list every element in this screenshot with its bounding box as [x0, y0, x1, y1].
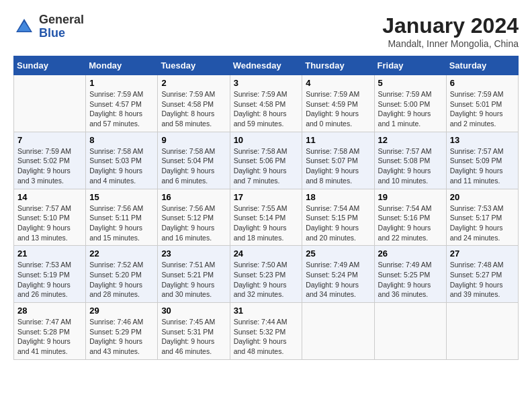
- day-info: Sunrise: 7:49 AMSunset: 5:25 PMDaylight:…: [378, 260, 443, 300]
- day-number: 27: [450, 248, 515, 259]
- calendar-cell: 5Sunrise: 7:59 AMSunset: 5:00 PMDaylight…: [374, 75, 446, 132]
- calendar-week-row: 21Sunrise: 7:53 AMSunset: 5:19 PMDayligh…: [14, 246, 519, 303]
- day-info: Sunrise: 7:59 AMSunset: 5:01 PMDaylight:…: [450, 89, 515, 129]
- calendar-cell: 26Sunrise: 7:49 AMSunset: 5:25 PMDayligh…: [374, 246, 446, 303]
- title-block: January 2024 Mandalt, Inner Mongolia, Ch…: [382, 13, 519, 49]
- logo-text: General Blue: [39, 13, 84, 40]
- header-saturday: Saturday: [446, 56, 518, 75]
- calendar-cell: 11Sunrise: 7:58 AMSunset: 5:07 PMDayligh…: [302, 132, 374, 189]
- calendar-cell: 29Sunrise: 7:46 AMSunset: 5:29 PMDayligh…: [86, 303, 158, 360]
- calendar-week-row: 28Sunrise: 7:47 AMSunset: 5:28 PMDayligh…: [14, 303, 519, 360]
- day-number: 5: [378, 78, 443, 88]
- day-number: 28: [17, 306, 82, 316]
- calendar-subtitle: Mandalt, Inner Mongolia, China: [382, 38, 519, 49]
- day-info: Sunrise: 7:55 AMSunset: 5:14 PMDaylight:…: [234, 203, 299, 243]
- day-info: Sunrise: 7:59 AMSunset: 4:58 PMDaylight:…: [161, 89, 226, 129]
- day-number: 31: [234, 306, 299, 316]
- day-number: 26: [378, 248, 443, 259]
- calendar-cell: [374, 303, 446, 360]
- calendar-cell: 18Sunrise: 7:54 AMSunset: 5:15 PMDayligh…: [302, 189, 374, 246]
- calendar-week-row: 1Sunrise: 7:59 AMSunset: 4:57 PMDaylight…: [14, 75, 519, 132]
- header-wednesday: Wednesday: [230, 56, 302, 75]
- calendar-title: January 2024: [382, 13, 519, 38]
- day-info: Sunrise: 7:49 AMSunset: 5:24 PMDaylight:…: [306, 260, 370, 300]
- day-number: 29: [89, 306, 154, 316]
- day-number: 13: [450, 135, 515, 145]
- day-info: Sunrise: 7:58 AMSunset: 5:07 PMDaylight:…: [306, 146, 370, 186]
- day-info: Sunrise: 7:58 AMSunset: 5:06 PMDaylight:…: [234, 146, 299, 186]
- calendar-week-row: 7Sunrise: 7:59 AMSunset: 5:02 PMDaylight…: [14, 132, 519, 189]
- day-info: Sunrise: 7:48 AMSunset: 5:27 PMDaylight:…: [450, 260, 515, 300]
- day-number: 25: [306, 248, 370, 259]
- calendar-cell: 15Sunrise: 7:56 AMSunset: 5:11 PMDayligh…: [86, 189, 158, 246]
- day-info: Sunrise: 7:59 AMSunset: 5:00 PMDaylight:…: [378, 89, 443, 129]
- day-number: 6: [450, 78, 515, 88]
- day-info: Sunrise: 7:57 AMSunset: 5:09 PMDaylight:…: [450, 146, 515, 186]
- day-info: Sunrise: 7:57 AMSunset: 5:10 PMDaylight:…: [17, 203, 82, 243]
- calendar-cell: 4Sunrise: 7:59 AMSunset: 4:59 PMDaylight…: [302, 75, 374, 132]
- day-info: Sunrise: 7:54 AMSunset: 5:16 PMDaylight:…: [378, 203, 443, 243]
- calendar-cell: 9Sunrise: 7:58 AMSunset: 5:04 PMDaylight…: [158, 132, 230, 189]
- day-number: 30: [161, 306, 226, 316]
- calendar-cell: 25Sunrise: 7:49 AMSunset: 5:24 PMDayligh…: [302, 246, 374, 303]
- calendar-cell: 6Sunrise: 7:59 AMSunset: 5:01 PMDaylight…: [446, 75, 518, 132]
- calendar-cell: 2Sunrise: 7:59 AMSunset: 4:58 PMDaylight…: [158, 75, 230, 132]
- calendar-cell: 12Sunrise: 7:57 AMSunset: 5:08 PMDayligh…: [374, 132, 446, 189]
- day-number: 1: [89, 78, 154, 88]
- calendar-cell: 3Sunrise: 7:59 AMSunset: 4:58 PMDaylight…: [230, 75, 302, 132]
- calendar-table: Sunday Monday Tuesday Wednesday Thursday…: [13, 56, 519, 360]
- page-header: General Blue January 2024 Mandalt, Inner…: [13, 13, 519, 49]
- logo-icon: [13, 16, 35, 38]
- header-friday: Friday: [374, 56, 446, 75]
- day-info: Sunrise: 7:56 AMSunset: 5:11 PMDaylight:…: [89, 203, 154, 243]
- day-info: Sunrise: 7:53 AMSunset: 5:19 PMDaylight:…: [17, 260, 82, 300]
- header-tuesday: Tuesday: [158, 56, 230, 75]
- calendar-cell: 14Sunrise: 7:57 AMSunset: 5:10 PMDayligh…: [14, 189, 86, 246]
- header-sunday: Sunday: [14, 56, 86, 75]
- day-info: Sunrise: 7:44 AMSunset: 5:32 PMDaylight:…: [234, 317, 299, 357]
- day-number: 11: [306, 135, 370, 145]
- header-monday: Monday: [86, 56, 158, 75]
- day-number: 16: [161, 192, 226, 202]
- calendar-cell: 28Sunrise: 7:47 AMSunset: 5:28 PMDayligh…: [14, 303, 86, 360]
- day-number: 4: [306, 78, 370, 88]
- calendar-cell: 20Sunrise: 7:53 AMSunset: 5:17 PMDayligh…: [446, 189, 518, 246]
- calendar-cell: 27Sunrise: 7:48 AMSunset: 5:27 PMDayligh…: [446, 246, 518, 303]
- day-number: 15: [89, 192, 154, 202]
- day-info: Sunrise: 7:56 AMSunset: 5:12 PMDaylight:…: [161, 203, 226, 243]
- calendar-cell: 23Sunrise: 7:51 AMSunset: 5:21 PMDayligh…: [158, 246, 230, 303]
- calendar-cell: 31Sunrise: 7:44 AMSunset: 5:32 PMDayligh…: [230, 303, 302, 360]
- calendar-cell: 21Sunrise: 7:53 AMSunset: 5:19 PMDayligh…: [14, 246, 86, 303]
- calendar-cell: 1Sunrise: 7:59 AMSunset: 4:57 PMDaylight…: [86, 75, 158, 132]
- day-number: 24: [234, 248, 299, 259]
- day-info: Sunrise: 7:59 AMSunset: 4:58 PMDaylight:…: [234, 89, 299, 129]
- calendar-cell: 7Sunrise: 7:59 AMSunset: 5:02 PMDaylight…: [14, 132, 86, 189]
- day-info: Sunrise: 7:46 AMSunset: 5:29 PMDaylight:…: [89, 317, 154, 357]
- day-info: Sunrise: 7:59 AMSunset: 4:57 PMDaylight:…: [89, 89, 154, 129]
- day-info: Sunrise: 7:45 AMSunset: 5:31 PMDaylight:…: [161, 317, 226, 357]
- day-number: 18: [306, 192, 370, 202]
- day-number: 12: [378, 135, 443, 145]
- day-info: Sunrise: 7:53 AMSunset: 5:17 PMDaylight:…: [450, 203, 515, 243]
- day-number: 21: [17, 248, 82, 259]
- day-number: 20: [450, 192, 515, 202]
- day-info: Sunrise: 7:51 AMSunset: 5:21 PMDaylight:…: [161, 260, 226, 300]
- header-thursday: Thursday: [302, 56, 374, 75]
- days-header-row: Sunday Monday Tuesday Wednesday Thursday…: [14, 56, 519, 75]
- calendar-cell: [302, 303, 374, 360]
- calendar-week-row: 14Sunrise: 7:57 AMSunset: 5:10 PMDayligh…: [14, 189, 519, 246]
- calendar-cell: 17Sunrise: 7:55 AMSunset: 5:14 PMDayligh…: [230, 189, 302, 246]
- logo: General Blue: [13, 13, 84, 40]
- day-number: 23: [161, 248, 226, 259]
- day-number: 2: [161, 78, 226, 88]
- day-number: 19: [378, 192, 443, 202]
- day-number: 8: [89, 135, 154, 145]
- day-number: 14: [17, 192, 82, 202]
- calendar-cell: 22Sunrise: 7:52 AMSunset: 5:20 PMDayligh…: [86, 246, 158, 303]
- day-info: Sunrise: 7:52 AMSunset: 5:20 PMDaylight:…: [89, 260, 154, 300]
- day-info: Sunrise: 7:59 AMSunset: 4:59 PMDaylight:…: [306, 89, 370, 129]
- day-number: 7: [17, 135, 82, 145]
- calendar-cell: 10Sunrise: 7:58 AMSunset: 5:06 PMDayligh…: [230, 132, 302, 189]
- day-number: 9: [161, 135, 226, 145]
- day-info: Sunrise: 7:58 AMSunset: 5:04 PMDaylight:…: [161, 146, 226, 186]
